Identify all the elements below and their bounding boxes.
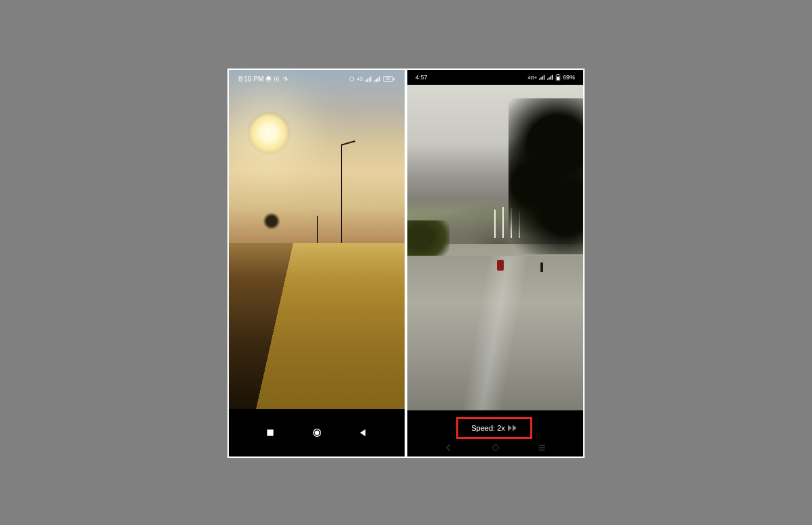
menu-button[interactable] [537,443,547,452]
recents-button[interactable] [265,427,276,438]
fast-forward-icon [508,425,517,431]
gear-icon [282,76,288,82]
battery-icon [555,74,561,81]
sun [248,112,290,154]
signal-icon-2 [547,75,553,80]
streetlight [341,144,342,246]
speed-overlay-callout: Speed: 2x [456,417,532,439]
speed-label: Speed: 2x [471,424,505,432]
streetlight-arm [341,140,356,146]
signal-icon [539,75,545,80]
home-button[interactable] [312,427,322,438]
signal-icon [365,76,372,82]
signal-icon-2 [374,76,381,82]
status-time: 4:57 [416,74,428,81]
battery-icon: 99 [383,76,395,82]
svg-point-13 [492,445,498,450]
wet-reflection [407,256,583,410]
status-bar: 4:57 4G+ 69% [407,70,583,85]
svg-rect-5 [393,77,394,80]
svg-point-3 [350,77,354,81]
svg-rect-12 [557,77,559,80]
network-label: 4G+ [528,75,537,80]
photo-wet-road[interactable] [407,85,583,410]
photo-sunset-road[interactable] [229,70,405,409]
android-nav-bar [407,440,583,455]
trees-right [509,98,583,254]
vowifi-icon [348,76,355,82]
minaret [502,207,504,238]
svg-rect-7 [267,429,273,435]
pedestrian [540,262,543,272]
svg-point-2 [276,78,278,79]
whatsapp-icon [265,76,272,82]
svg-text:99: 99 [386,77,390,81]
video-bottom-bar: Speed: 2x [407,410,583,456]
svg-point-9 [315,431,318,434]
status-bar: 8:10 PM 4G 99 [229,70,405,88]
phone-left: 8:10 PM 4G 99 [229,70,405,456]
battery-pct: 69% [563,74,575,81]
home-button[interactable] [491,443,500,452]
network-label: 4G [357,77,363,81]
screenshot-icon [274,76,280,82]
back-button[interactable] [358,427,369,438]
tree [263,212,280,230]
motorbike [497,260,504,271]
streetlight-far [317,216,318,244]
status-time: 8:10 PM [238,75,263,83]
comparison-frame: 8:10 PM 4G 99 4:57 4 [227,69,585,458]
phone-right: 4:57 4G+ 69% [407,70,583,456]
android-nav-bar [229,409,405,456]
back-button[interactable] [444,443,454,452]
minaret [494,210,496,238]
